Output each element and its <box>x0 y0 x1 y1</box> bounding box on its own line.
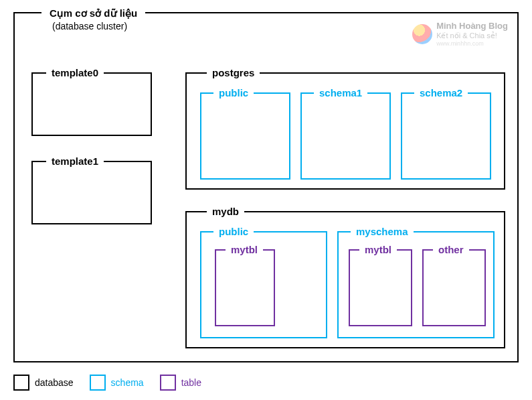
legend: database schema table <box>13 375 201 391</box>
legend-label-table: table <box>181 377 201 388</box>
watermark-text: Minh Hoàng Blog Kết nối & Chia sẻ! www.m… <box>436 21 508 47</box>
database-mydb: mydb public mytbl myschema mytbl other <box>185 211 505 348</box>
database-mydb-label: mydb <box>207 206 244 217</box>
schema-mydb-public-label: public <box>213 226 254 237</box>
legend-label-database: database <box>35 377 74 388</box>
schema-mydb-myschema-label: myschema <box>351 226 414 237</box>
legend-item-database: database <box>13 375 74 391</box>
schema-postgres-schema2-label: schema2 <box>414 87 468 98</box>
database-postgres: postgres public schema1 schema2 <box>185 72 505 190</box>
watermark: Minh Hoàng Blog Kết nối & Chia sẻ! www.m… <box>412 21 508 47</box>
database-template1: template1 <box>31 161 152 224</box>
table-mydb-myschema-other-label: other <box>433 244 469 255</box>
database-template0-label: template0 <box>46 67 104 78</box>
table-mydb-myschema-mytbl: mytbl <box>349 249 412 326</box>
cluster-title: Cụm cơ sở dữ liệu <box>50 7 137 20</box>
schema-postgres-public: public <box>200 92 290 180</box>
table-mydb-public-mytbl-label: mytbl <box>226 244 263 255</box>
table-mydb-myschema-mytbl-label: mytbl <box>359 244 397 255</box>
legend-item-table: table <box>160 375 201 391</box>
database-postgres-label: postgres <box>207 67 260 78</box>
cluster-subtitle: (database cluster) <box>50 20 137 32</box>
schema-postgres-schema1: schema1 <box>300 92 391 180</box>
database-cluster-box: Cụm cơ sở dữ liệu (database cluster) Min… <box>13 12 519 362</box>
schema-mydb-public: public mytbl <box>200 231 327 338</box>
table-mydb-public-mytbl: mytbl <box>215 249 275 326</box>
table-mydb-myschema-other: other <box>422 249 486 326</box>
watermark-logo-icon <box>412 24 432 44</box>
schema-postgres-public-label: public <box>213 87 254 98</box>
watermark-line1: Minh Hoàng Blog <box>436 21 508 31</box>
legend-item-schema: schema <box>90 375 144 391</box>
database-template0: template0 <box>31 72 152 136</box>
schema-mydb-myschema: myschema mytbl other <box>337 231 495 338</box>
schema-postgres-schema2: schema2 <box>401 92 491 180</box>
watermark-line3: www.minhhn.com <box>436 40 508 47</box>
schema-postgres-schema1-label: schema1 <box>314 87 367 98</box>
legend-swatch-database <box>13 375 29 391</box>
legend-swatch-schema <box>90 375 106 391</box>
legend-label-schema: schema <box>111 377 144 388</box>
cluster-label-group: Cụm cơ sở dữ liệu (database cluster) <box>41 7 145 32</box>
watermark-line2: Kết nối & Chia sẻ! <box>436 31 508 40</box>
legend-swatch-table <box>160 375 176 391</box>
database-template1-label: template1 <box>46 155 104 167</box>
